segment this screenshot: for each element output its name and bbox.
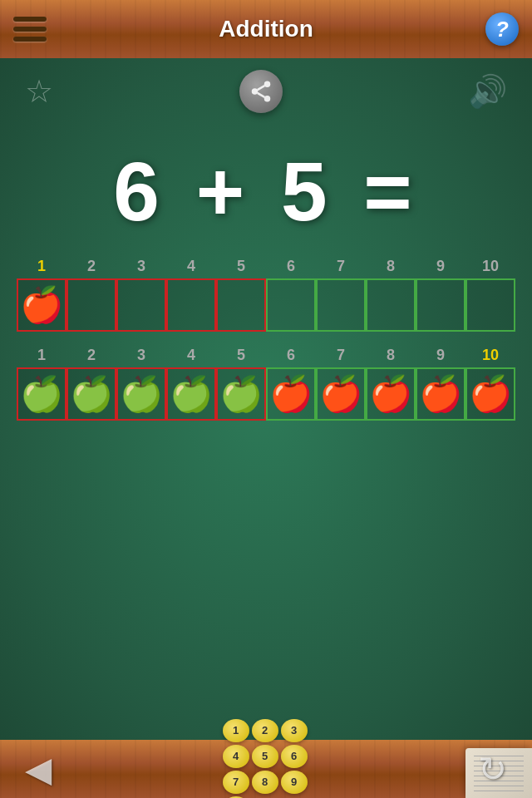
row1-cell[interactable]	[316, 278, 366, 332]
row1-cell[interactable]	[266, 278, 316, 332]
equation-text: 6 + 5 =	[113, 144, 418, 239]
row1-number: 10	[466, 258, 515, 275]
operand1: 6	[113, 145, 166, 238]
plus-sign: +	[196, 145, 251, 238]
svg-point-0	[264, 81, 270, 88]
equation-display: 6 + 5 =	[0, 125, 532, 258]
row2-cell[interactable]: 🍎	[416, 367, 466, 421]
row2-number: 8	[366, 347, 416, 364]
row1-numbers: 12345678910	[17, 258, 515, 275]
red-apple: 🍎	[419, 377, 462, 411]
red-apple: 🍎	[369, 377, 412, 411]
share-button[interactable]	[239, 70, 283, 113]
row1-cells: 🍎	[17, 278, 515, 332]
equals-sign: =	[363, 145, 418, 238]
back-button[interactable]: ◀	[25, 749, 52, 790]
red-apple: 🍎	[319, 377, 362, 411]
row2-cell[interactable]: 🍏	[116, 367, 166, 421]
row1-cell[interactable]	[416, 278, 466, 332]
svg-line-4	[257, 86, 264, 90]
row1-cell[interactable]	[216, 278, 266, 332]
count-row-2: 12345678910 🍏🍏🍏🍏🍏🍎🍎🍎🍎🍎	[17, 347, 515, 421]
numpad-key-7[interactable]: 7	[223, 771, 249, 794]
counting-area: 12345678910 🍎 12345678910 🍏🍏🍏🍏🍏🍎🍎🍎🍎🍎	[0, 258, 532, 436]
main-content: ☆ 🔊 6 + 5 = 12345678910 🍎	[0, 58, 532, 740]
red-apple: 🍎	[469, 377, 512, 411]
row2-cell[interactable]: 🍏	[216, 367, 266, 421]
numpad-key-5[interactable]: 5	[252, 745, 278, 768]
green-apple: 🍏	[20, 377, 63, 411]
numpad-key-8[interactable]: 8	[252, 771, 278, 794]
row1-number: 1	[17, 258, 66, 275]
green-apple: 🍏	[70, 377, 113, 411]
numpad-key-1[interactable]: 1	[223, 719, 249, 742]
row2-number: 7	[316, 347, 366, 364]
row2-cell[interactable]: 🍎	[466, 367, 515, 421]
favorite-button[interactable]: ☆	[25, 73, 53, 110]
row1-number: 5	[216, 258, 266, 275]
green-apple: 🍏	[170, 377, 213, 411]
numpad-key-2[interactable]: 2	[252, 719, 278, 742]
menu-button[interactable]	[13, 17, 47, 42]
row1-number: 7	[316, 258, 366, 275]
row1-number: 2	[66, 258, 116, 275]
row1-cell[interactable]	[166, 278, 216, 332]
row2-number: 6	[266, 347, 316, 364]
row1-number: 3	[116, 258, 166, 275]
green-apple: 🍏	[219, 377, 263, 411]
svg-point-1	[251, 88, 258, 95]
row2-number: 9	[416, 347, 466, 364]
row1-number: 9	[416, 258, 466, 275]
row1-cell[interactable]	[366, 278, 416, 332]
sound-button[interactable]: 🔊	[468, 73, 507, 110]
row1-cell[interactable]	[66, 278, 116, 332]
numpad-key-6[interactable]: 6	[281, 745, 308, 768]
svg-line-3	[257, 93, 264, 97]
row2-number: 10	[466, 347, 515, 364]
row1-cell[interactable]	[116, 278, 166, 332]
row2-cell[interactable]: 🍏	[66, 367, 116, 421]
row2-cell[interactable]: 🍎	[366, 367, 416, 421]
row2-number: 2	[66, 347, 116, 364]
row1-number: 8	[366, 258, 416, 275]
numpad-key-9[interactable]: 9	[281, 771, 308, 794]
operand2: 5	[281, 145, 334, 238]
row1-number: 4	[166, 258, 216, 275]
footer: ◀ 1234567890 ↻	[0, 740, 532, 798]
row2-cell[interactable]: 🍎	[316, 367, 366, 421]
row2-number: 1	[17, 347, 66, 364]
refresh-button[interactable]: ↻	[478, 749, 507, 790]
help-button[interactable]: ?	[485, 12, 519, 46]
row1-cell[interactable]: 🍎	[17, 278, 66, 332]
share-icon	[249, 79, 273, 104]
row2-number: 3	[116, 347, 166, 364]
row2-cells: 🍏🍏🍏🍏🍏🍎🍎🍎🍎🍎	[17, 367, 515, 421]
page-title: Addition	[219, 16, 313, 42]
red-apple: 🍎	[20, 288, 63, 323]
svg-point-2	[264, 96, 270, 102]
numpad-key-3[interactable]: 3	[281, 719, 308, 742]
row2-number: 4	[166, 347, 216, 364]
header: Addition ?	[0, 0, 532, 58]
row2-number: 5	[216, 347, 266, 364]
row1-cell[interactable]	[466, 278, 515, 332]
green-apple: 🍏	[120, 377, 163, 411]
count-row-1: 12345678910 🍎	[17, 258, 515, 332]
numpad-key-4[interactable]: 4	[223, 745, 249, 768]
red-apple: 🍎	[269, 377, 313, 411]
row2-numbers: 12345678910	[17, 347, 515, 364]
row1-number: 6	[266, 258, 316, 275]
row2-cell[interactable]: 🍏	[166, 367, 216, 421]
row2-cell[interactable]: 🍏	[17, 367, 66, 421]
toolbar: ☆ 🔊	[0, 58, 532, 125]
numpad: 1234567890	[223, 719, 308, 799]
row2-cell[interactable]: 🍎	[266, 367, 316, 421]
